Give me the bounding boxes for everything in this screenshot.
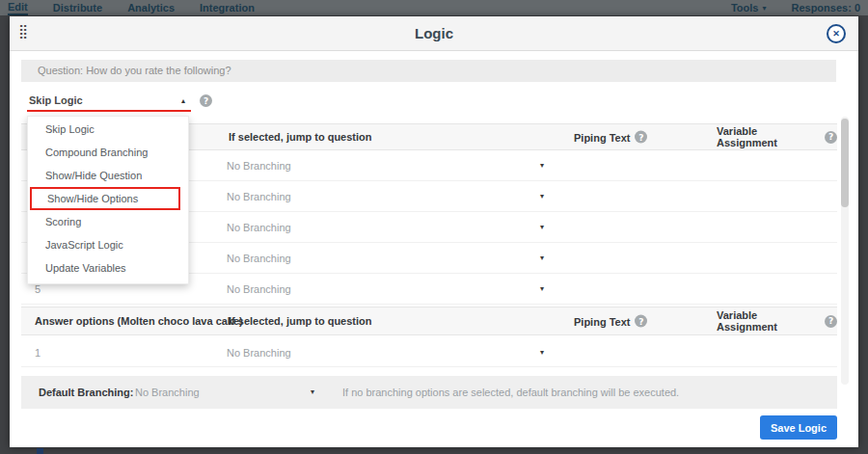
responses-count[interactable]: Responses: 0 <box>791 2 860 13</box>
nav-tab-integration[interactable]: Integration <box>200 1 255 14</box>
chevron-down-icon[interactable]: ▾ <box>540 254 544 262</box>
help-icon[interactable]: ? <box>825 315 837 328</box>
drag-handle-icon[interactable]: ⣿ <box>18 24 26 38</box>
chevron-down-icon[interactable]: ▾ <box>540 284 544 293</box>
logic-type-value: Skip Logic <box>29 94 83 106</box>
modal-header: ⣿ Logic ✕ <box>10 16 858 51</box>
menu-item-update-variables[interactable]: Update Variables <box>28 256 188 280</box>
close-icon[interactable]: ✕ <box>827 24 846 43</box>
chevron-down-icon[interactable]: ▾ <box>540 348 544 357</box>
variable-assignment-label: Variable Assignment <box>717 125 820 148</box>
col-jump-header: If selected, jump to question <box>229 315 372 327</box>
modal-scrollbar-thumb[interactable] <box>841 119 849 207</box>
variable-assignment-label: Variable Assignment <box>717 309 820 333</box>
nav-tab-analytics[interactable]: Analytics <box>127 1 175 14</box>
help-icon[interactable]: ? <box>825 131 837 144</box>
answer-options-header-2: Answer options (Molten choco lava cake) … <box>21 307 837 335</box>
chevron-down-icon[interactable]: ▾ <box>540 161 544 170</box>
answer-options-title: Answer options (Molten choco lava cake) <box>35 315 243 327</box>
answer-option-number: 1 <box>35 347 41 359</box>
nav-tab-distribute[interactable]: Distribute <box>53 1 102 14</box>
chevron-down-icon[interactable]: ▾ <box>540 223 544 231</box>
default-branching-label: Default Branching: <box>39 387 133 398</box>
jump-select-value[interactable]: No Branching <box>227 160 291 172</box>
logic-modal: ⣿ Logic ✕ Question: How do you rate the … <box>10 16 858 447</box>
menu-item-javascript-logic[interactable]: JavaScript Logic <box>28 233 188 256</box>
modal-scrollbar-track[interactable] <box>841 117 849 385</box>
help-icon[interactable]: ? <box>200 94 212 107</box>
menu-item-scoring[interactable]: Scoring <box>28 210 188 233</box>
jump-select-value[interactable]: No Branching <box>227 222 291 233</box>
menu-item-compound-branching[interactable]: Compound Branching <box>28 141 188 164</box>
piping-text-label: Piping Text <box>574 131 630 143</box>
chevron-down-icon: ▾ <box>762 4 766 13</box>
background-page-fragment <box>37 448 43 454</box>
jump-select-value[interactable]: No Branching <box>227 283 291 295</box>
jump-select-value[interactable]: No Branching <box>227 347 291 359</box>
tools-menu[interactable]: Tools ▾ <box>731 2 767 13</box>
col-variable-header: Variable Assignment ? <box>717 125 837 148</box>
logic-type-menu: Skip Logic Compound Branching Show/Hide … <box>27 116 189 284</box>
help-icon[interactable]: ? <box>635 315 647 328</box>
menu-item-skip-logic[interactable]: Skip Logic <box>28 118 188 141</box>
default-branching-value[interactable]: No Branching <box>135 387 200 398</box>
menu-item-show-hide-question[interactable]: Show/Hide Question <box>28 164 188 187</box>
save-logic-button[interactable]: Save Logic <box>760 415 837 440</box>
tools-label: Tools <box>731 2 759 13</box>
chevron-up-icon: ▴ <box>181 96 185 105</box>
menu-item-show-hide-options[interactable]: Show/Hide Options <box>30 187 180 210</box>
table-row: 1 No Branching ▾ <box>21 337 837 367</box>
answer-option-number: 5 <box>35 283 41 295</box>
col-variable-header: Variable Assignment ? <box>717 309 837 333</box>
responses-label: Responses: 0 <box>791 2 860 13</box>
default-branching-bar: Default Branching: No Branching ▾ If no … <box>21 376 837 409</box>
col-piping-header: Piping Text ? <box>574 315 647 328</box>
nav-tab-edit[interactable]: Edit <box>8 0 28 15</box>
default-branching-note: If no branching options are selected, de… <box>342 387 679 398</box>
question-context-bar: Question: How do you rate the following? <box>21 60 836 82</box>
col-jump-header: If selected, jump to question <box>229 131 372 143</box>
help-icon[interactable]: ? <box>635 131 647 144</box>
builder-top-nav: Edit Distribute Analytics Integration To… <box>0 0 868 15</box>
question-text: Question: How do you rate the following? <box>38 65 231 76</box>
jump-select-value[interactable]: No Branching <box>227 253 291 264</box>
piping-text-label: Piping Text <box>574 315 630 327</box>
jump-select-value[interactable]: No Branching <box>227 191 291 202</box>
modal-title: Logic <box>10 16 858 51</box>
logic-type-select[interactable]: Skip Logic ▴ <box>27 93 191 112</box>
chevron-down-icon[interactable]: ▾ <box>311 387 314 396</box>
chevron-down-icon[interactable]: ▾ <box>540 192 544 200</box>
col-piping-header: Piping Text ? <box>574 131 647 144</box>
